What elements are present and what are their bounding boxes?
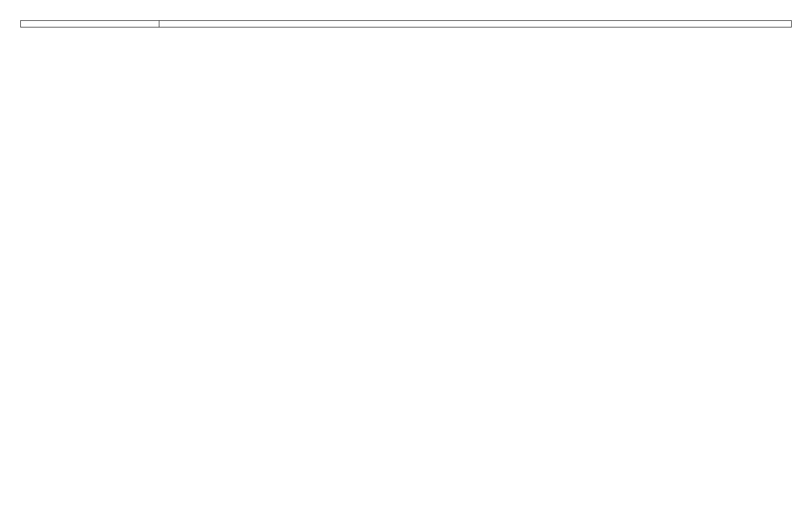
left-cell [21, 21, 159, 27]
right-cell [159, 21, 792, 27]
document-table [20, 20, 792, 27]
